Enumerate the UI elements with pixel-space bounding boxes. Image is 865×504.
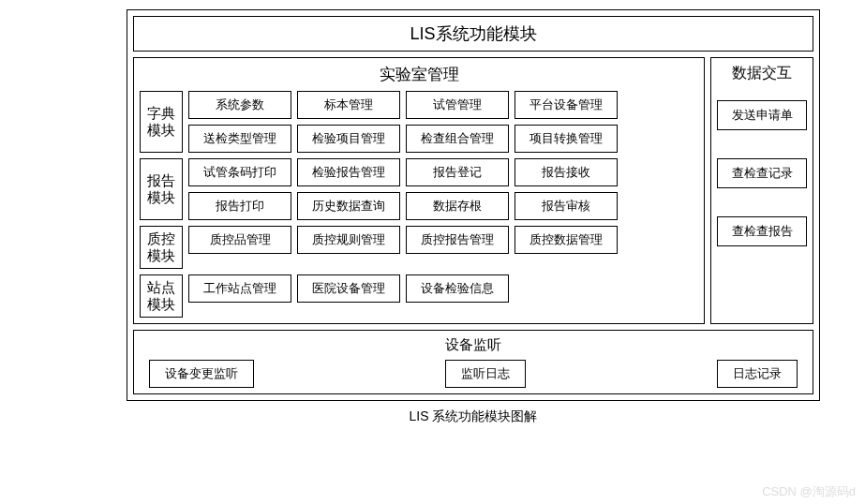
item-box: 标本管理: [297, 91, 400, 119]
item-box: 设备检验信息: [406, 274, 509, 303]
item-box: 报告接收: [515, 158, 618, 186]
bottom-item: 设备变更监听: [149, 360, 254, 388]
module-qc: 质控模块 质控品管理 质控规则管理 质控报告管理 质控数据管理: [140, 226, 698, 269]
item-box: 报告审核: [515, 192, 618, 220]
module-label-qc: 质控模块: [140, 226, 183, 269]
module-dictionary: 字典模块 系统参数 标本管理 试管管理 平台设备管理 送检类型管理 检验项目管理…: [140, 91, 698, 153]
diagram-container: LIS系统功能模块 实验室管理 字典模块 系统参数 标本管理 试管管理 平台设备…: [127, 9, 820, 401]
side-items: 发送申请单 查检查记录 查检查报告: [717, 93, 807, 318]
module-label-report: 报告模块: [140, 158, 183, 220]
diagram-caption: LIS 系统功能模块图解: [127, 408, 820, 425]
item-box: 工作站点管理: [188, 274, 291, 303]
item-box: 质控数据管理: [515, 226, 618, 254]
module-items: 系统参数 标本管理 试管管理 平台设备管理 送检类型管理 检验项目管理 检查组合…: [188, 91, 698, 153]
item-box: 试管条码打印: [188, 158, 291, 186]
device-monitor-section: 设备监听 设备变更监听 监听日志 日志记录: [133, 330, 813, 394]
side-title: 数据交互: [717, 64, 807, 83]
item-box: 质控报告管理: [406, 226, 509, 254]
item-box: 历史数据查询: [297, 192, 400, 220]
item-box: 平台设备管理: [515, 91, 618, 119]
module-items: 试管条码打印 检验报告管理 报告登记 报告接收 报告打印 历史数据查询 数据存根…: [188, 158, 698, 220]
item-box: 检查组合管理: [406, 125, 509, 153]
bottom-item: 监听日志: [445, 360, 526, 388]
module-items: 工作站点管理 医院设备管理 设备检验信息: [188, 274, 698, 318]
item-box: 系统参数: [188, 91, 291, 119]
item-box: 质控规则管理: [297, 226, 400, 254]
side-item: 查检查记录: [717, 158, 807, 188]
lab-section-title: 实验室管理: [140, 64, 698, 85]
data-exchange-section: 数据交互 发送申请单 查检查记录 查检查报告: [710, 57, 813, 324]
diagram-title: LIS系统功能模块: [133, 16, 813, 52]
module-label-site: 站点模块: [140, 274, 183, 318]
item-box: 试管管理: [406, 91, 509, 119]
bottom-title: 设备监听: [140, 336, 807, 354]
item-box: 报告登记: [406, 158, 509, 186]
item-box: 医院设备管理: [297, 274, 400, 303]
module-report: 报告模块 试管条码打印 检验报告管理 报告登记 报告接收 报告打印 历史数据查询…: [140, 158, 698, 220]
side-item: 发送申请单: [717, 100, 807, 130]
lab-management-section: 实验室管理 字典模块 系统参数 标本管理 试管管理 平台设备管理 送检类型管理 …: [133, 57, 705, 324]
item-box: 数据存根: [406, 192, 509, 220]
module-label-dictionary: 字典模块: [140, 91, 183, 153]
bottom-row: 设备变更监听 监听日志 日志记录: [140, 360, 807, 388]
item-box: 检验项目管理: [297, 125, 400, 153]
item-box: 质控品管理: [188, 226, 291, 254]
item-box: 报告打印: [188, 192, 291, 220]
main-row: 实验室管理 字典模块 系统参数 标本管理 试管管理 平台设备管理 送检类型管理 …: [133, 57, 813, 324]
item-box: 项目转换管理: [515, 125, 618, 153]
side-item: 查检查报告: [717, 216, 807, 246]
item-box: 检验报告管理: [297, 158, 400, 186]
bottom-item: 日志记录: [717, 360, 798, 388]
item-box: 送检类型管理: [188, 125, 291, 153]
module-site: 站点模块 工作站点管理 医院设备管理 设备检验信息: [140, 274, 698, 318]
module-items: 质控品管理 质控规则管理 质控报告管理 质控数据管理: [188, 226, 698, 269]
watermark: CSDN @淘源码d: [762, 483, 856, 500]
